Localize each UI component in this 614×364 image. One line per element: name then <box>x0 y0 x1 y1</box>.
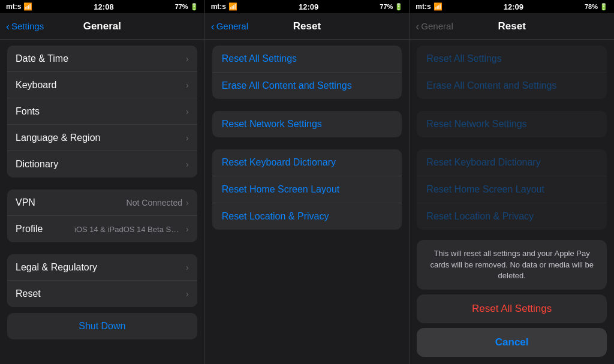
reset-bottom-section-3: Reset Keyboard Dictionary Reset Home Scr… <box>417 149 607 230</box>
keyboard-right: › <box>186 80 189 90</box>
status-bar-2: mt:s 📶 12:09 77% 🔋 <box>205 0 410 13</box>
back-button-2[interactable]: ‹ General <box>211 21 248 32</box>
status-right-2: 77% 🔋 <box>380 3 403 11</box>
keyboard-label: Keyboard <box>16 80 57 91</box>
shutdown-label: Shut Down <box>79 321 125 332</box>
dictionary-right: › <box>186 160 189 169</box>
wifi-icon-2: 📶 <box>228 2 237 11</box>
reset-location-item[interactable]: Reset Location & Privacy <box>212 203 402 230</box>
back-button-1[interactable]: ‹ Settings <box>6 21 44 32</box>
reset-network-label: Reset Network Settings <box>222 119 322 130</box>
wifi-icon-1: 📶 <box>23 2 32 11</box>
battery-icon-3: 🔋 <box>600 3 608 11</box>
date-time-right: › <box>186 54 189 64</box>
reset-all-settings-item-3: Reset All Settings <box>417 46 607 73</box>
reset-location-label-3: Reset Location & Privacy <box>426 211 534 222</box>
reset-home-item-3: Reset Home Screen Layout <box>417 176 607 203</box>
vpn-label: VPN <box>16 197 35 208</box>
legal-right: › <box>186 263 189 272</box>
erase-all-item[interactable]: Erase All Content and Settings <box>212 73 402 99</box>
carrier-3: mt:s <box>416 2 431 11</box>
reset-label: Reset <box>16 288 41 299</box>
reset-keyboard-label-3: Reset Keyboard Dictionary <box>426 157 540 168</box>
bottom-section-1: Legal & Regulatory › Reset › <box>7 254 197 307</box>
language-item[interactable]: Language & Region › <box>7 125 197 151</box>
erase-all-label-3: Erase All Content and Settings <box>426 80 556 91</box>
vpn-right: Not Connected › <box>127 198 189 207</box>
reset-top-section-3: Reset All Settings Erase All Content and… <box>417 46 607 99</box>
profile-label: Profile <box>16 224 43 234</box>
reset-location-label: Reset Location & Privacy <box>222 211 329 222</box>
reset-top-section: Reset All Settings Erase All Content and… <box>212 46 402 99</box>
back-label-3: General <box>421 21 453 31</box>
time-3: 12:09 <box>504 2 523 11</box>
status-right-1: 77% 🔋 <box>175 3 198 11</box>
nav-title-3: Reset <box>498 20 526 32</box>
reset-keyboard-label: Reset Keyboard Dictionary <box>222 157 336 168</box>
panel3-content: Reset All Settings Erase All Content and… <box>410 40 614 364</box>
status-left-1: mt:s 📶 <box>6 2 32 11</box>
panel-reset: mt:s 📶 12:09 77% 🔋 ‹ General Reset Reset… <box>205 0 410 364</box>
shutdown-item[interactable]: Shut Down <box>7 313 197 339</box>
legal-item[interactable]: Legal & Regulatory › <box>7 254 197 281</box>
wifi-icon-3: 📶 <box>434 2 443 11</box>
status-right-3: 78% 🔋 <box>585 3 608 11</box>
vpn-item[interactable]: VPN Not Connected › <box>7 189 197 216</box>
date-time-label: Date & Time <box>16 53 68 64</box>
reset-network-item-3: Reset Network Settings <box>417 111 607 137</box>
reset-mid-section: Reset Network Settings <box>212 111 402 137</box>
carrier-1: mt:s <box>6 2 21 11</box>
reset-right: › <box>186 289 189 299</box>
reset-all-settings-label: Reset All Settings <box>222 53 297 64</box>
general-main-section: Date & Time › Keyboard › Fonts › <box>7 46 197 178</box>
dictionary-label: Dictionary <box>16 159 58 170</box>
reset-home-item[interactable]: Reset Home Screen Layout <box>212 176 402 203</box>
panel-reset-dialog: mt:s 📶 12:09 78% 🔋 ‹ General Reset Reset… <box>410 0 614 364</box>
time-1: 12:08 <box>94 2 113 11</box>
fonts-label: Fonts <box>16 106 40 117</box>
reset-mid-section-3: Reset Network Settings <box>417 111 607 137</box>
dictionary-item[interactable]: Dictionary › <box>7 151 197 178</box>
battery-pct-3: 78% <box>585 3 598 10</box>
reset-home-label: Reset Home Screen Layout <box>222 184 340 195</box>
status-bar-1: mt:s 📶 12:08 77% 🔋 <box>0 0 204 13</box>
status-left-3: mt:s 📶 <box>416 2 442 11</box>
nav-bar-3: ‹ General Reset <box>410 13 614 40</box>
vpn-value: Not Connected <box>127 198 182 207</box>
back-chevron-3: ‹ <box>416 21 419 32</box>
general-content: Date & Time › Keyboard › Fonts › <box>0 40 204 345</box>
dialog-message: This will reset all settings and your Ap… <box>417 240 607 290</box>
reset-all-confirm-button[interactable]: Reset All Settings <box>417 294 607 323</box>
reset-keyboard-item-3: Reset Keyboard Dictionary <box>417 149 607 176</box>
erase-all-label: Erase All Content and Settings <box>222 80 352 91</box>
fonts-item[interactable]: Fonts › <box>7 98 197 125</box>
reset-all-settings-item[interactable]: Reset All Settings <box>212 46 402 73</box>
dictionary-chevron: › <box>186 160 189 169</box>
battery-icon-2: 🔋 <box>395 3 403 11</box>
fonts-right: › <box>186 107 189 116</box>
reset-network-item[interactable]: Reset Network Settings <box>212 111 402 137</box>
back-chevron-2: ‹ <box>211 21 215 32</box>
dialog-overlay: This will reset all settings and your Ap… <box>410 233 614 364</box>
reset-item[interactable]: Reset › <box>7 281 197 307</box>
language-label: Language & Region <box>16 133 100 143</box>
reset-bottom-section: Reset Keyboard Dictionary Reset Home Scr… <box>212 149 402 230</box>
fonts-chevron: › <box>186 107 189 116</box>
legal-chevron: › <box>186 263 189 272</box>
keyboard-item[interactable]: Keyboard › <box>7 72 197 98</box>
profile-chevron: › <box>186 224 189 234</box>
status-bar-3: mt:s 📶 12:09 78% 🔋 <box>410 0 614 13</box>
language-right: › <box>186 133 189 143</box>
date-time-item[interactable]: Date & Time › <box>7 46 197 72</box>
back-button-3: ‹ General <box>416 21 453 32</box>
reset-home-label-3: Reset Home Screen Layout <box>426 184 544 195</box>
status-left-2: mt:s 📶 <box>211 2 237 11</box>
reset-keyboard-item[interactable]: Reset Keyboard Dictionary <box>212 149 402 176</box>
cancel-button[interactable]: Cancel <box>417 328 607 357</box>
erase-all-item-3: Erase All Content and Settings <box>417 73 607 99</box>
reset-chevron: › <box>186 289 189 299</box>
nav-bar-2: ‹ General Reset <box>205 13 410 40</box>
keyboard-chevron: › <box>186 80 189 90</box>
profile-item[interactable]: Profile iOS 14 & iPadOS 14 Beta Softwa..… <box>7 216 197 242</box>
vpn-chevron: › <box>186 198 189 207</box>
